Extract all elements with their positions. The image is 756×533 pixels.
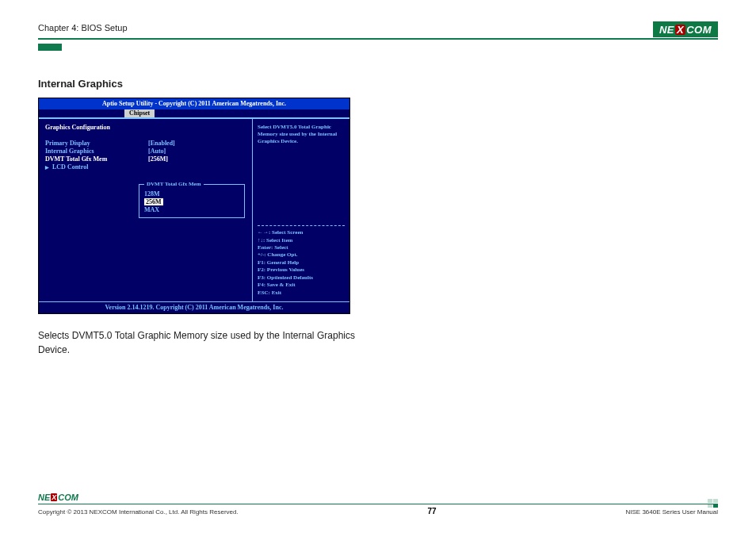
page-header: Chapter 4: BIOS Setup NEXCOM	[38, 21, 718, 40]
bios-row-lcd-control: LCD Control	[45, 163, 246, 171]
page-number: 77	[428, 507, 437, 516]
bios-footer: Version 2.14.1219. Copyright (C) 2011 Am…	[39, 301, 349, 313]
bios-key-legend: ←→: Select Screen ↑↓: Select Item Enter:…	[258, 229, 345, 297]
bios-screenshot: Aptio Setup Utility - Copyright (C) 2011…	[38, 98, 350, 314]
bios-left-pane: Graphics Configuration Primary Display […	[39, 119, 252, 301]
bios-popup-item: 128M	[144, 190, 239, 198]
bios-popup-item: MAX	[144, 206, 239, 214]
page-footer: NEXCOM Copyright © 2013 NEXCOM Internati…	[38, 489, 718, 516]
footer-manual: NISE 3640E Series User Manual	[626, 508, 719, 516]
footer-logo: NEXCOM	[38, 493, 78, 502]
section-description: Selects DVMT5.0 Total Graphic Memory siz…	[38, 328, 355, 357]
bios-popup: DVMT Total Gfx Mem 128M 256M MAX	[139, 184, 245, 218]
header-accent	[38, 44, 62, 51]
bios-title-bar: Aptio Setup Utility - Copyright (C) 2011…	[39, 98, 349, 109]
bios-row-primary-display: Primary Display [Enabled]	[45, 140, 246, 148]
bios-config-title: Graphics Configuration	[45, 124, 246, 132]
bios-popup-title: DVMT Total Gfx Mem	[144, 181, 204, 188]
bios-row-internal-graphics: Internal Graphics [Auto]	[45, 148, 246, 155]
bios-tab-bar: Chipset	[39, 109, 349, 118]
bios-help-text: Select DVMT5.0 Total Graphic Memory size…	[258, 124, 345, 144]
bios-popup-item-selected: 256M	[144, 198, 239, 206]
bios-divider	[258, 225, 345, 226]
bios-right-pane: Select DVMT5.0 Total Graphic Memory size…	[252, 119, 349, 301]
footer-rule	[38, 504, 718, 504]
chapter-title: Chapter 4: BIOS Setup	[38, 23, 128, 36]
bios-row-dvmt-total: DVMT Total Gfx Mem [256M]	[45, 155, 246, 163]
section-title: Internal Graphics	[38, 78, 718, 90]
bios-tab-chipset: Chipset	[124, 109, 155, 117]
nexcom-logo: NEXCOM	[653, 21, 718, 37]
footer-squares-icon	[708, 499, 718, 508]
footer-copyright: Copyright © 2013 NEXCOM International Co…	[38, 508, 239, 516]
